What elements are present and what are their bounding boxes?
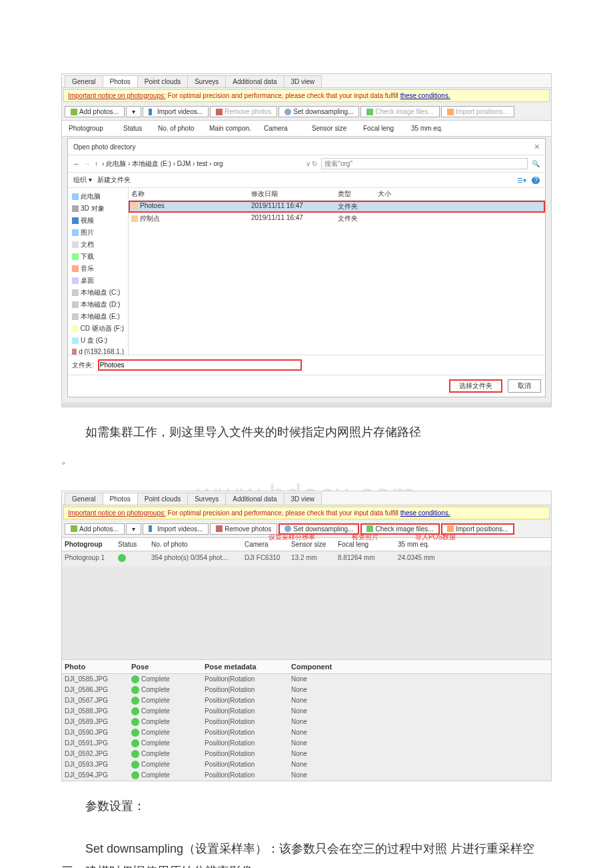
new-folder-button[interactable]: 新建文件夹 [97,176,131,183]
nav-desktop[interactable]: 桌面 [68,275,128,287]
nav-pictures[interactable]: 图片 [68,227,128,239]
add-photos-dropdown[interactable]: ▾ [126,523,141,535]
screenshot-top: General Photos Point clouds Surveys Addi… [61,73,552,407]
import-positions-button[interactable]: Import positions... [441,106,514,117]
col-status: Status [118,541,151,548]
add-photos-dropdown[interactable]: ▾ [126,106,141,117]
tab-surveys[interactable]: Surveys [187,75,226,87]
col-sensor: Sensor size [308,123,359,133]
import-videos-button[interactable]: Import videos... [143,106,209,117]
notice-label: Important notice on photogroups: [68,92,166,99]
close-icon[interactable]: × [534,141,540,152]
col-meta: Pose metadata [205,663,291,671]
photo-row[interactable]: DJI_0589.JPGCompletePosition|RotationNon… [62,717,551,727]
breadcrumb[interactable]: › 此电脑 › 本地磁盘 (E:) › DJM › test › org [102,159,302,169]
tab-3d-view[interactable]: 3D view [284,75,322,87]
empty-area [62,566,551,659]
notice-link[interactable]: these conditions. [400,509,450,517]
tab-surveys[interactable]: Surveys [187,493,226,505]
photo-row[interactable]: DJI_0593.JPGCompletePosition|RotationNon… [62,759,551,770]
tabs: General Photos Point clouds Surveys Addi… [62,491,551,505]
notice-label: Important notice on photogroups: [68,509,166,517]
photogroup-row[interactable]: Photogroup 1 354 photo(s) 0/354 phot... … [62,551,551,566]
col-name[interactable]: 名称 [131,189,251,199]
col-camera: Camera [260,123,308,133]
tab-general[interactable]: General [65,493,103,505]
add-photos-button[interactable]: Add photos... [65,523,125,535]
nav-cd[interactable]: CD 驱动器 (F:) [68,323,128,335]
notice-link[interactable]: these conditions. [400,92,450,99]
tab-additional-data[interactable]: Additional data [225,493,284,505]
search-input[interactable] [321,158,528,169]
col-no-photos: No. of photo [154,123,205,133]
status-ok-icon [131,739,139,747]
nav-forward[interactable]: → [84,160,91,167]
nav-disk-d[interactable]: 本地磁盘 (D:) [68,299,128,311]
check-icon [366,525,373,532]
status-ok-icon [131,697,139,705]
photo-row[interactable]: DJI_0591.JPGCompletePosition|RotationNon… [62,738,551,749]
add-photos-button[interactable]: Add photos... [65,106,125,117]
col-comp: Component [291,663,358,671]
set-downsampling-button[interactable]: Set downsampling... [279,106,359,117]
paragraph-3: Set downsampling（设置采样率）：该参数只会在空三的过程中对照 片… [61,837,552,868]
annotation-sampling: 设置采样分辨率 [269,533,315,542]
tab-general[interactable]: General [65,75,103,87]
col-pose: Pose [131,663,205,671]
annotation-pos: 导入POS数据 [415,533,456,542]
pos-icon [447,525,454,532]
nav-back[interactable]: ← [73,160,80,167]
check-image-button[interactable]: Check image files... [360,106,439,117]
photo-row[interactable]: DJI_0585.JPGCompletePosition|RotationNon… [62,674,551,685]
remove-photos-button[interactable]: Remove photos [210,106,277,117]
file-row[interactable]: Photoes 2019/11/11 16:47 文件夹 [129,201,545,213]
annotation-check: 检查照片 [352,533,378,542]
file-row[interactable]: 控制点 2019/11/11 16:47 文件夹 [129,213,545,225]
view-mode-icon[interactable]: ☰▾ [517,177,526,184]
folder-icon [131,203,138,209]
col-date[interactable]: 修改日期 [251,189,338,199]
col-35mm: 35 mm eq. [407,123,452,133]
tab-3d-view[interactable]: 3D view [284,493,322,505]
tab-additional-data[interactable]: Additional data [225,75,284,87]
photogroup-header: Photogroup Status No. of photo Main comp… [62,121,551,137]
photo-row[interactable]: DJI_0588.JPGCompletePosition|RotationNon… [62,706,551,717]
nav-downloads[interactable]: 下载 [68,251,128,263]
import-videos-button[interactable]: Import videos... [143,523,209,535]
col-size[interactable]: 大小 [378,189,418,199]
photo-row[interactable]: DJI_0594.JPGCompletePosition|RotationNon… [62,770,551,781]
nav-documents[interactable]: 文档 [68,239,128,251]
tab-point-clouds[interactable]: Point clouds [137,493,188,505]
remove-photos-button[interactable]: Remove photos [210,523,277,535]
nav-up[interactable]: ↑ [95,160,98,167]
cancel-button[interactable]: 取消 [508,379,541,393]
col-no-photos: No. of photo [151,541,245,548]
help-icon[interactable]: ? [532,177,540,184]
col-focal: Focal leng [359,123,407,133]
photo-row[interactable]: DJI_0590.JPGCompletePosition|RotationNon… [62,727,551,738]
status-ok-icon [131,718,139,726]
select-folder-button[interactable]: 选择文件夹 [449,379,502,393]
tab-point-clouds[interactable]: Point clouds [137,75,188,87]
nav-this-pc[interactable]: 此电脑 [68,191,128,203]
nav-usb[interactable]: U 盘 (G:) [68,335,128,347]
organize-menu[interactable]: 组织 ▾ [73,176,92,183]
tab-photos[interactable]: Photos [103,75,138,87]
tab-photos[interactable]: Photos [103,493,138,505]
photo-row[interactable]: DJI_0586.JPGCompletePosition|RotationNon… [62,685,551,695]
col-type[interactable]: 类型 [338,189,378,199]
nav-disk-e[interactable]: 本地磁盘 (E:) [68,311,128,323]
nav-disk-c[interactable]: 本地磁盘 (C:) [68,287,128,299]
nav-3d-objects[interactable]: 3D 对象 [68,203,128,215]
photo-row[interactable]: DJI_0592.JPGCompletePosition|RotationNon… [62,749,551,759]
nav-net[interactable]: d (\\192.168.1.) [68,347,128,355]
folder-name-input[interactable] [98,359,302,371]
wand-icon [285,525,291,532]
photo-row[interactable]: DJI_0587.JPGCompletePosition|RotationNon… [62,695,551,706]
search-icon[interactable]: 🔍 [532,160,540,167]
video-icon [149,109,155,115]
nav-music[interactable]: 音乐 [68,263,128,275]
nav-videos[interactable]: 视频 [68,215,128,227]
notice-text: For optimal precision and performance, p… [166,509,400,517]
status-ok-icon [131,675,139,683]
